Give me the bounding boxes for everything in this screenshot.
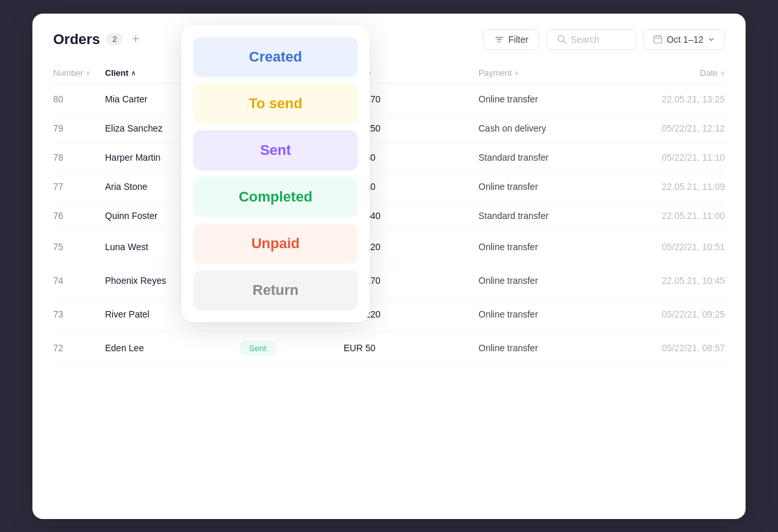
- cell-date: 05/22/21, 10:51: [608, 242, 725, 252]
- header-left: Orders 2 +: [53, 31, 142, 48]
- search-placeholder: Search: [571, 34, 599, 45]
- cell-payment: Cash on delivery: [478, 123, 608, 133]
- cell-status: Sent: [240, 341, 344, 356]
- table-row[interactable]: 79 Eliza Sanchez EUR 250 Cash on deliver…: [53, 114, 725, 143]
- table-row[interactable]: 80 Mia Carter EUR 170 Online transfer 22…: [53, 85, 725, 114]
- filter-label: Filter: [508, 34, 528, 45]
- page-title: Orders: [53, 31, 100, 48]
- cell-payment: Online transfer: [478, 309, 608, 319]
- chevron-down-icon: [707, 36, 715, 43]
- cell-date: 05/22/21, 08:57: [608, 343, 725, 353]
- svg-line-4: [563, 41, 566, 43]
- svg-rect-1: [497, 39, 502, 40]
- svg-rect-0: [495, 37, 503, 38]
- cell-number: 77: [53, 181, 105, 192]
- add-order-button[interactable]: +: [129, 32, 142, 47]
- status-badge: Sent: [240, 341, 276, 356]
- cell-date: 22.05.21, 11:09: [608, 181, 725, 192]
- number-sort-arrow: ∨: [86, 69, 90, 76]
- dropdown-item-created[interactable]: Created: [193, 37, 358, 77]
- col-number[interactable]: Number ∨: [53, 68, 105, 78]
- dropdown-item-sent[interactable]: Sent: [193, 130, 358, 170]
- cell-date: 22.05.21, 10:45: [608, 275, 725, 286]
- cell-number: 74: [53, 275, 105, 286]
- header-right: Filter Search Oct 1–12: [483, 29, 725, 50]
- table-row[interactable]: 74 Phoenix Reyes To send EUR 170 Online …: [53, 264, 725, 298]
- col-date[interactable]: Date ∨: [608, 68, 725, 78]
- svg-rect-5: [654, 36, 662, 43]
- dropdown-item-return[interactable]: Return: [193, 270, 358, 310]
- cell-number: 76: [53, 211, 105, 221]
- filter-button[interactable]: Filter: [483, 29, 539, 50]
- search-button[interactable]: Search: [546, 29, 637, 50]
- cell-payment: Online transfer: [478, 181, 608, 192]
- calendar-icon: [653, 34, 663, 44]
- cell-payment: Standard transfer: [478, 211, 608, 221]
- payment-sort-arrow: ∨: [514, 69, 519, 76]
- cell-client: Eden Lee: [105, 343, 240, 353]
- filter-icon: [494, 34, 504, 45]
- cell-date: 05/22/21, 11:10: [608, 152, 725, 163]
- table-row[interactable]: 78 Harper Martin EUR 80 Standard transfe…: [53, 143, 725, 172]
- header: Orders 2 + Filter Search: [53, 29, 725, 50]
- dropdown-item-completed[interactable]: Completed: [193, 177, 358, 217]
- table-row[interactable]: 73 River Patel Paid EUR 220 Online trans…: [53, 298, 725, 332]
- date-range-button[interactable]: Oct 1–12: [643, 29, 725, 50]
- table-header: Number ∨ Client ∧ Value ∨ Payment ∨ Date…: [53, 63, 725, 84]
- dropdown-item-unpaid[interactable]: Unpaid: [193, 224, 358, 264]
- cell-payment: Online transfer: [478, 275, 608, 286]
- search-icon: [557, 34, 567, 44]
- cell-number: 80: [53, 94, 105, 104]
- cell-payment: Standard transfer: [478, 152, 608, 163]
- cell-number: 72: [53, 343, 105, 353]
- cell-payment: Online transfer: [478, 242, 608, 252]
- cell-date: 22.05.21, 11:00: [608, 211, 725, 221]
- date-sort-arrow: ∨: [720, 69, 725, 76]
- status-dropdown[interactable]: CreatedTo sendSentCompletedUnpaidReturn: [182, 25, 370, 322]
- cell-number: 78: [53, 152, 105, 163]
- table-row[interactable]: 77 Aria Stone EUR 40 Online transfer 22.…: [53, 172, 725, 202]
- cell-number: 79: [53, 123, 105, 133]
- svg-rect-2: [498, 41, 501, 43]
- table-row[interactable]: 72 Eden Lee Sent EUR 50 Online transfer …: [53, 332, 725, 365]
- main-panel: Orders 2 + Filter Search: [32, 14, 746, 519]
- table-body: 80 Mia Carter EUR 170 Online transfer 22…: [53, 85, 725, 365]
- date-range-label: Oct 1–12: [666, 34, 703, 45]
- order-count-badge: 2: [106, 33, 123, 45]
- client-sort-arrow: ∧: [131, 69, 136, 76]
- cell-value: EUR 50: [344, 343, 478, 353]
- cell-date: 05/22/21, 09:25: [608, 309, 725, 319]
- cell-number: 75: [53, 242, 105, 252]
- cell-number: 73: [53, 309, 105, 319]
- cell-date: 05/22/21, 12:12: [608, 123, 725, 133]
- dropdown-item-tosend[interactable]: To send: [193, 84, 358, 124]
- col-payment[interactable]: Payment ∨: [478, 68, 608, 78]
- cell-date: 22.05.21, 13:25: [608, 94, 725, 104]
- table-row[interactable]: 76 Quinn Foster EUR 540 Standard transfe…: [53, 202, 725, 231]
- table-row[interactable]: 75 Luna West Paid EUR 120 Online transfe…: [53, 231, 725, 264]
- cell-payment: Online transfer: [478, 94, 608, 104]
- cell-payment: Online transfer: [478, 343, 608, 353]
